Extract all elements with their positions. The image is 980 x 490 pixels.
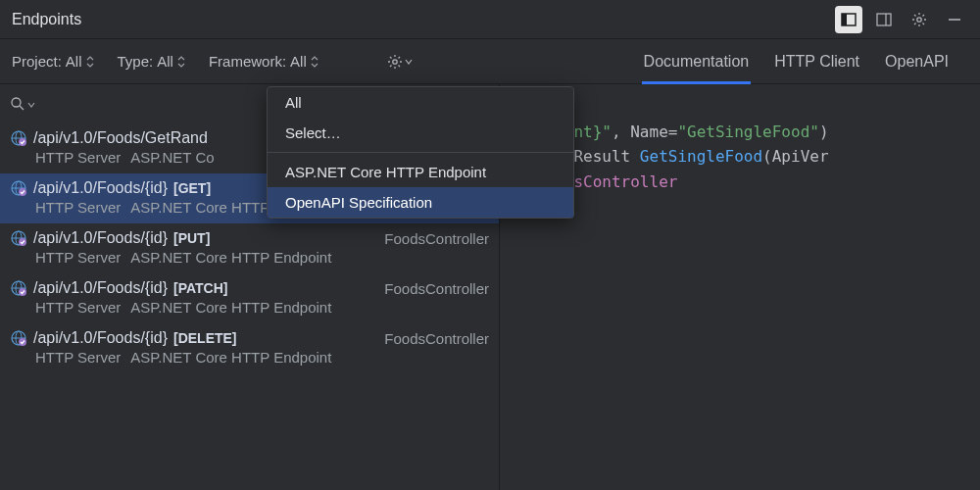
endpoint-path: /api/v1.0/Foods/{id} [33, 279, 168, 297]
endpoint-framework: ASP.NET Co [130, 149, 214, 166]
type-filter[interactable]: Type: All [112, 49, 191, 74]
endpoint-framework: ASP.NET Core HTTP Endpoint [130, 299, 331, 316]
tab-http-client[interactable]: HTTP Client [772, 39, 861, 83]
endpoint-controller: FoodsController [384, 230, 489, 247]
gear-icon[interactable] [906, 6, 933, 33]
endpoint-framework: ASP.NET Core HTTP Endpoint [130, 349, 331, 366]
tab-documentation[interactable]: Documentation [642, 39, 752, 83]
popup-item[interactable]: ASP.NET Core HTTP Endpoint [268, 157, 573, 187]
project-filter-label: Project: [12, 53, 62, 70]
endpoint-row[interactable]: /api/v1.0/Foods/{id} [PUT]FoodsControlle… [0, 223, 499, 273]
type-filter-value: All [157, 53, 173, 70]
endpoint-method: [DELETE] [173, 330, 237, 346]
filter-settings-icon[interactable] [381, 50, 418, 74]
endpoint-method: [PUT] [173, 230, 210, 246]
endpoint-server: HTTP Server [35, 349, 121, 366]
framework-filter-popup: AllSelect…ASP.NET Core HTTP EndpointOpen… [267, 86, 574, 219]
svg-line-21 [390, 65, 392, 67]
svg-point-14 [393, 59, 397, 63]
svg-line-11 [914, 23, 916, 24]
project-filter-value: All [66, 53, 82, 70]
endpoint-path: /api/v1.0/Foods/{id} [33, 179, 168, 197]
endpoint-controller: FoodsController [384, 330, 489, 347]
svg-line-22 [398, 57, 400, 59]
chevron-updown-icon [177, 56, 185, 68]
endpoint-framework: ASP.NET Core HTTP Endpoint [130, 249, 331, 266]
endpoint-icon [10, 129, 27, 147]
endpoint-server: HTTP Server [35, 149, 121, 166]
project-filter[interactable]: Project: All [6, 49, 100, 74]
endpoint-server: HTTP Server [35, 199, 121, 216]
svg-line-19 [390, 57, 392, 59]
svg-line-12 [923, 15, 925, 17]
chevron-updown-icon [311, 56, 318, 68]
endpoint-path: /api/v1.0/Foods/GetRand [33, 129, 208, 147]
tab-openapi[interactable]: OpenAPI [883, 39, 951, 83]
framework-filter-value: All [290, 53, 307, 70]
endpoint-server: HTTP Server [35, 249, 121, 266]
endpoint-icon [10, 229, 27, 247]
popup-item[interactable]: OpenAPI Specification [268, 187, 573, 218]
panel-toggle-icon[interactable] [835, 6, 862, 33]
svg-point-4 [917, 17, 921, 21]
endpoint-path: /api/v1.0/Foods/{id} [33, 229, 168, 247]
svg-point-23 [12, 98, 21, 107]
endpoint-icon [10, 329, 27, 347]
svg-line-9 [914, 15, 916, 17]
endpoint-method: [PATCH] [173, 280, 227, 296]
window-title: Endpoints [12, 11, 835, 28]
endpoint-controller: FoodsController [384, 280, 489, 297]
svg-line-10 [923, 23, 925, 24]
chevron-updown-icon [86, 56, 94, 68]
chevron-down-icon[interactable] [27, 96, 35, 112]
endpoint-server: HTTP Server [35, 299, 121, 316]
svg-line-20 [398, 65, 400, 67]
svg-rect-2 [877, 14, 891, 25]
framework-filter-label: Framework: [209, 53, 286, 70]
endpoint-icon [10, 279, 27, 297]
popup-item[interactable]: Select… [268, 118, 573, 148]
layout-icon[interactable] [870, 6, 898, 33]
endpoint-path: /api/v1.0/Foods/{id} [33, 329, 168, 347]
framework-filter[interactable]: Framework: All [203, 49, 324, 74]
popup-item[interactable]: All [268, 87, 573, 118]
svg-rect-1 [842, 14, 847, 25]
svg-line-24 [20, 106, 24, 110]
type-filter-label: Type: [118, 53, 154, 70]
endpoint-method: [GET] [173, 180, 211, 196]
search-icon[interactable] [10, 96, 25, 112]
endpoint-row[interactable]: /api/v1.0/Foods/{id} [DELETE]FoodsContro… [0, 323, 499, 373]
endpoint-icon [10, 179, 27, 197]
minimize-icon[interactable] [941, 6, 968, 33]
endpoint-row[interactable]: /api/v1.0/Foods/{id} [PATCH]FoodsControl… [0, 273, 499, 323]
